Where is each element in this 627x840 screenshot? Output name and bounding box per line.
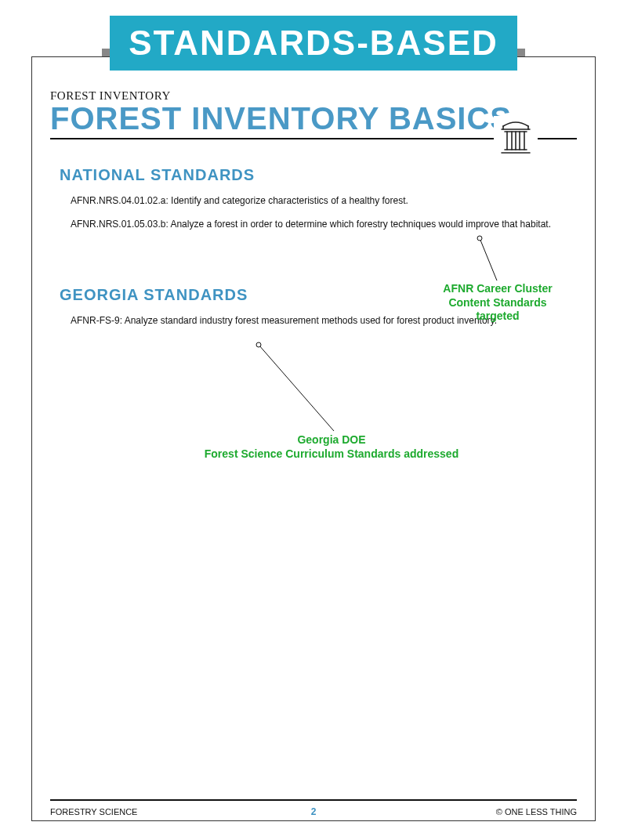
annotation-afnr-line1: AFNR Career Cluster xyxy=(423,282,572,296)
annotation-georgia-line1: Georgia DOE xyxy=(202,433,461,447)
annotation-georgia-line2: Forest Science Curriculum Standards addr… xyxy=(202,447,461,462)
national-standards-heading: NATIONAL STANDARDS xyxy=(60,166,577,184)
banner: STANDARDS-BASED xyxy=(110,16,517,71)
footer-rule xyxy=(50,799,577,801)
annotation-afnr-line2: Content Standards xyxy=(423,296,572,310)
national-standard-item: AFNR.NRS.01.05.03.b: Analyze a forest in… xyxy=(71,217,553,231)
footer: FORESTRY SCIENCE 2 © ONE LESS THING xyxy=(50,807,577,816)
footer-left: FORESTRY SCIENCE xyxy=(50,807,137,816)
annotation-georgia: Georgia DOE Forest Science Curriculum St… xyxy=(202,433,461,461)
banner-title: STANDARDS-BASED xyxy=(129,24,498,63)
annotation-afnr-line3: targeted xyxy=(423,310,572,324)
national-standard-item: AFNR.NRS.04.01.02.a: Identify and catego… xyxy=(71,194,553,208)
footer-right: © ONE LESS THING xyxy=(496,807,577,816)
footer-page-number: 2 xyxy=(311,806,317,817)
annotation-afnr: AFNR Career Cluster Content Standards ta… xyxy=(423,282,572,324)
page-title: FOREST INVENTORY BASICS xyxy=(50,103,512,134)
